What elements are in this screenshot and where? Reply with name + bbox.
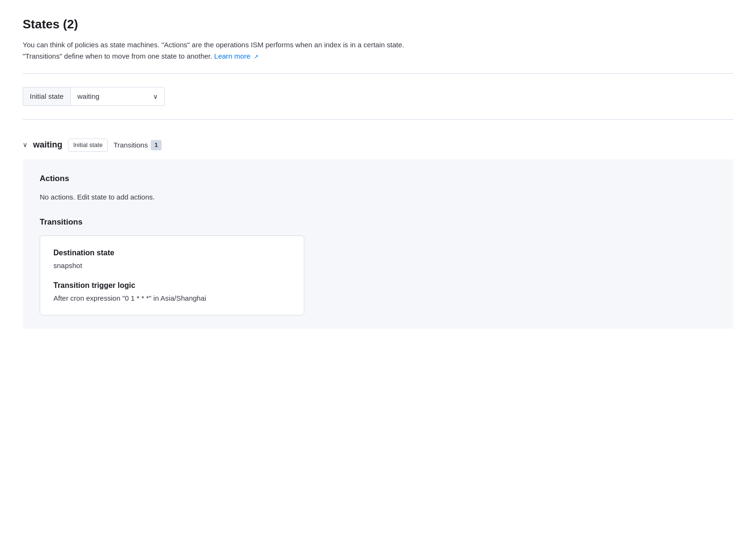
- divider-middle: [23, 119, 733, 120]
- dropdown-chevron-icon: ∨: [153, 92, 158, 102]
- external-link-icon: ↗: [254, 53, 258, 60]
- transitions-label: Transitions: [113, 140, 148, 151]
- description-text-line1: You can think of policies as state machi…: [23, 41, 404, 49]
- initial-state-row: Initial state waiting ∨: [23, 87, 733, 106]
- trigger-logic-label: Transition trigger logic: [53, 280, 291, 291]
- destination-state-value: snapshot: [53, 260, 291, 271]
- learn-more-link[interactable]: Learn more ↗: [214, 52, 258, 60]
- description-line1: You can think of policies as state machi…: [23, 39, 733, 62]
- transitions-section: Transitions Destination state snapshot T…: [40, 216, 716, 316]
- initial-state-selected-value: waiting: [77, 91, 100, 102]
- initial-state-badge: Initial state: [68, 139, 108, 152]
- state-content: Actions No actions. Edit state to add ac…: [23, 159, 733, 329]
- destination-state-label: Destination state: [53, 247, 291, 259]
- state-collapse-chevron-icon[interactable]: ∨: [23, 140, 27, 150]
- initial-state-label: Initial state: [23, 87, 70, 106]
- page-title: States (2): [23, 15, 733, 34]
- initial-state-dropdown[interactable]: waiting ∨: [70, 87, 165, 106]
- transitions-count-badge: 1: [151, 140, 162, 150]
- actions-heading: Actions: [40, 173, 716, 185]
- no-actions-text: No actions. Edit state to add actions.: [40, 192, 716, 203]
- divider-top: [23, 73, 733, 74]
- state-name: waiting: [33, 139, 62, 151]
- state-header: ∨ waiting Initial state Transitions 1: [23, 131, 733, 159]
- transitions-badge-container: Transitions 1: [113, 140, 162, 151]
- transitions-heading: Transitions: [40, 216, 716, 228]
- description-text-line2: "Transitions" define when to move from o…: [23, 52, 212, 60]
- transition-card: Destination state snapshot Transition tr…: [40, 235, 304, 315]
- page-container: States (2) You can think of policies as …: [0, 0, 756, 538]
- trigger-logic-value: After cron expression "0 1 * * *" in Asi…: [53, 293, 291, 304]
